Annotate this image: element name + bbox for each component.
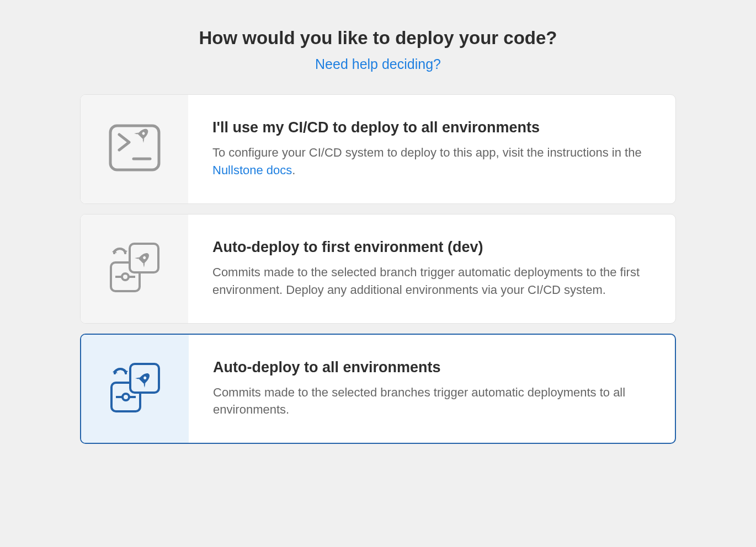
option-cicd[interactable]: I'll use my CI/CD to deploy to all envir… (80, 94, 676, 204)
option-all-envs[interactable]: Auto-deploy to all environments Commits … (80, 334, 676, 444)
option-title: Auto-deploy to first environment (dev) (212, 239, 651, 256)
option-title: I'll use my CI/CD to deploy to all envir… (212, 119, 651, 136)
option-content: I'll use my CI/CD to deploy to all envir… (188, 95, 675, 203)
option-description: Commits made to the selected branch trig… (212, 264, 651, 299)
option-description: Commits made to the selected branches tr… (213, 384, 651, 419)
deploy-stack-icon (106, 358, 164, 419)
header: How would you like to deploy your code? … (80, 28, 676, 72)
option-title: Auto-deploy to all environments (213, 359, 651, 376)
help-link[interactable]: Need help deciding? (315, 56, 441, 72)
option-icon-zone (81, 335, 189, 443)
page-title: How would you like to deploy your code? (80, 28, 676, 49)
option-first-env[interactable]: Auto-deploy to first environment (dev) C… (80, 214, 676, 324)
svg-rect-0 (110, 126, 159, 170)
svg-point-5 (122, 274, 129, 280)
option-content: Auto-deploy to all environments Commits … (189, 335, 675, 443)
svg-point-12 (123, 394, 129, 400)
deploy-stack-icon (105, 238, 164, 299)
option-icon-zone (81, 95, 188, 203)
option-content: Auto-deploy to first environment (dev) C… (188, 214, 675, 323)
option-description: To configure your CI/CD system to deploy… (212, 144, 651, 179)
docs-link[interactable]: Nullstone docs (212, 163, 292, 177)
terminal-rocket-icon (107, 122, 162, 175)
option-icon-zone (81, 214, 188, 323)
